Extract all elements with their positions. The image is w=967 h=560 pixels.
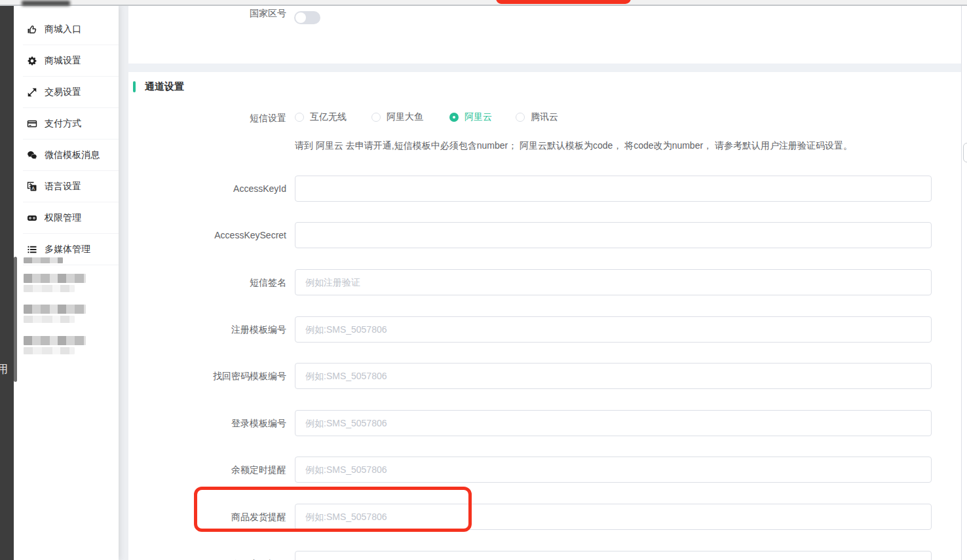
sidebar-item-label: 多媒体管理	[45, 244, 90, 255]
balance-reminder-label: 余额定时提醒	[128, 457, 286, 483]
recharge-reminder-input[interactable]	[295, 551, 932, 560]
sms-help-text: 请到 阿里云 去申请开通,短信模板中必须包含number； 阿里云默认模板为co…	[295, 140, 852, 152]
sidebar-item-mall-entrance[interactable]: 商城入口	[14, 14, 119, 45]
redacted-sidebar-item	[24, 336, 86, 345]
toggle-knob-icon	[295, 12, 306, 23]
radio-aliyun[interactable]: 阿里云	[449, 111, 492, 123]
radio-label: 互亿无线	[310, 111, 347, 123]
sidebar-item-mall-settings[interactable]: 商城设置	[14, 45, 119, 77]
radio-selected-icon	[449, 113, 459, 122]
page-background-gap	[119, 6, 128, 560]
radio-icon	[516, 113, 525, 122]
sidebar-item-label: 微信模板消息	[45, 149, 100, 161]
sidebar-scrollbar[interactable]	[14, 257, 17, 382]
page: 国家区号 通道设置 短信设置 互亿无线 阿里大鱼 阿里云 腾讯云 请到 阿里云 …	[0, 0, 967, 560]
permission-mask-icon	[26, 213, 37, 224]
redacted-sidebar-item	[24, 305, 86, 314]
section-title: 通道设置	[145, 81, 184, 93]
accesskeyid-input[interactable]	[295, 176, 932, 202]
login-template-input[interactable]	[295, 410, 932, 436]
section-separator-band	[128, 64, 961, 72]
gear-icon	[26, 56, 37, 67]
scrollbar-fragment[interactable]	[963, 143, 967, 162]
form-row-register-template: 注册模板编号	[128, 316, 961, 343]
password-recovery-template-label: 找回密码模板编号	[128, 363, 286, 389]
svg-text:A: A	[31, 186, 35, 191]
sidebar-item-permission-management[interactable]: 权限管理	[14, 202, 119, 234]
accesskeysecret-label: AccessKeySecret	[128, 222, 286, 248]
redacted-sidebar-subtext	[24, 347, 75, 354]
background-window-text: 用	[0, 363, 8, 377]
shipping-reminder-label: 商品发货提醒	[128, 504, 286, 530]
radio-icon	[371, 113, 381, 122]
section-accent-bar	[133, 81, 136, 92]
country-code-label: 国家区号	[212, 5, 286, 21]
sidebar-item-label: 权限管理	[45, 212, 81, 224]
sidebar-item-label: 语言设置	[45, 181, 81, 193]
country-code-toggle[interactable]	[294, 11, 320, 24]
sms-signature-input[interactable]	[295, 269, 932, 295]
recharge-reminder-label: 会员充值提醒	[128, 551, 286, 560]
password-recovery-template-input[interactable]	[295, 363, 932, 389]
redacted-sidebar-text	[24, 257, 63, 263]
sidebar-item-trade-settings[interactable]: 交易设置	[14, 77, 119, 108]
main-content-panel: 国家区号 通道设置 短信设置 互亿无线 阿里大鱼 阿里云 腾讯云 请到 阿里云 …	[128, 6, 961, 560]
content-right-border	[961, 6, 962, 560]
form-row-login-template: 登录模板编号	[128, 410, 961, 436]
exchange-arrows-icon	[26, 87, 37, 98]
radio-huyi-wuxian[interactable]: 互亿无线	[295, 111, 347, 123]
top-chrome-bar	[0, 0, 967, 6]
sidebar-item-language-settings[interactable]: A 语言设置	[14, 171, 119, 202]
form-row-password-recovery-template: 找回密码模板编号	[128, 363, 961, 389]
form-row-accesskeyid: AccessKeyId	[128, 176, 961, 202]
redacted-sidebar-subtext	[24, 316, 75, 323]
background-window-edge: 用	[0, 2, 14, 560]
accesskeyid-label: AccessKeyId	[128, 176, 286, 202]
translate-icon: A	[26, 181, 37, 193]
form-row-balance-reminder: 余额定时提醒	[128, 457, 961, 483]
annotation-top-bar	[496, 0, 631, 4]
form-row-shipping-reminder: 商品发货提醒	[128, 504, 961, 530]
radio-icon	[295, 113, 304, 122]
credit-card-icon	[26, 119, 37, 130]
radio-ali-dayu[interactable]: 阿里大鱼	[371, 111, 423, 123]
sms-settings-label: 短信设置	[212, 113, 286, 124]
list-icon	[26, 244, 37, 255]
sidebar-item-label: 交易设置	[45, 86, 81, 98]
form-row-sms-signature: 短信签名	[128, 269, 961, 295]
shipping-reminder-input[interactable]	[295, 504, 932, 530]
register-template-input[interactable]	[295, 316, 932, 343]
login-template-label: 登录模板编号	[128, 410, 286, 436]
sidebar-item-label: 商城入口	[45, 24, 81, 35]
sidebar: 商城入口 商城设置 交易设置 支付方式 微信模板消息	[14, 6, 119, 560]
thumb-up-icon	[26, 24, 37, 35]
radio-tencent-cloud[interactable]: 腾讯云	[516, 111, 558, 123]
sidebar-item-wechat-template-messages[interactable]: 微信模板消息	[14, 140, 119, 171]
blurred-window-title	[22, 1, 70, 6]
balance-reminder-input[interactable]	[295, 457, 932, 483]
redacted-sidebar-item	[24, 274, 86, 283]
wechat-icon	[26, 150, 37, 161]
register-template-label: 注册模板编号	[128, 316, 286, 343]
radio-label: 阿里云	[465, 111, 492, 123]
accesskeysecret-input[interactable]	[295, 222, 932, 248]
sidebar-item-payment-methods[interactable]: 支付方式	[14, 108, 119, 140]
radio-label: 腾讯云	[531, 111, 558, 123]
sidebar-item-label: 支付方式	[45, 118, 81, 130]
radio-label: 阿里大鱼	[387, 111, 423, 123]
form-row-recharge-reminder: 会员充值提醒	[128, 551, 961, 560]
form-row-accesskeysecret: AccessKeySecret	[128, 222, 961, 248]
redacted-sidebar-subtext	[24, 285, 75, 292]
sms-signature-label: 短信签名	[128, 269, 286, 295]
sidebar-item-label: 商城设置	[45, 55, 81, 67]
